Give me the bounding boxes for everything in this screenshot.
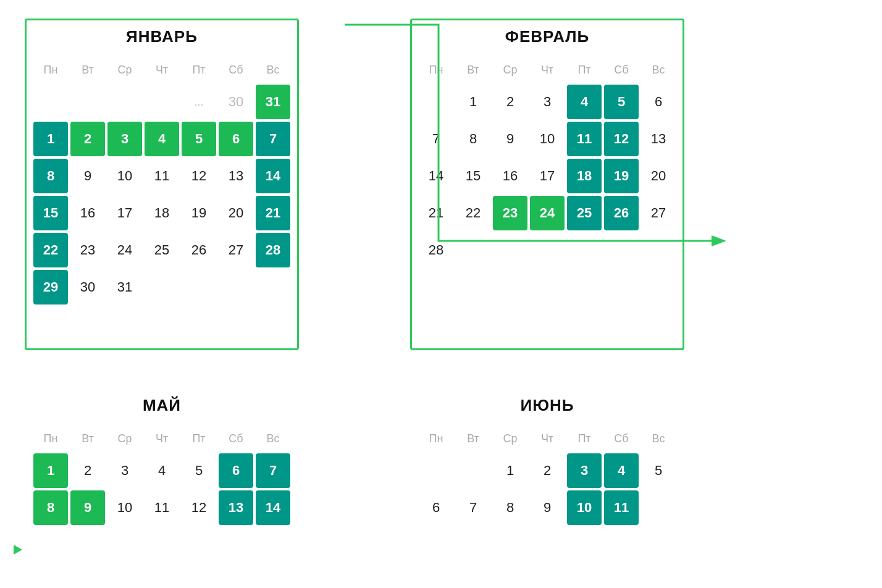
may-cell-5: 5	[182, 453, 216, 488]
feb-cell-16: 16	[493, 159, 527, 193]
may-cell-14: 14	[256, 490, 290, 525]
feb-cell-17: 17	[530, 159, 565, 193]
jun-cell-8: 8	[493, 490, 527, 525]
feb-cell-26: 26	[604, 196, 639, 230]
feb-cell-e4	[567, 233, 602, 267]
jun-header-sr: Ср	[493, 426, 527, 451]
feb-cell-8: 8	[456, 122, 490, 156]
feb-cell-13: 13	[641, 122, 676, 156]
feb-cell-e2	[493, 233, 527, 267]
may-cell-13: 13	[219, 490, 253, 525]
feb-cell-1: 1	[456, 85, 490, 119]
may-cell-12: 12	[182, 490, 216, 525]
jan-cell-8: 8	[33, 159, 68, 193]
jun-cell-7: 7	[456, 490, 490, 525]
jan-cell-18: 18	[145, 196, 179, 230]
feb-cell-empty1	[419, 85, 453, 119]
may-header-pn: Пн	[33, 426, 68, 451]
february-calendar: ФЕВРАЛЬ Пн Вт Ср Чт Пт Сб Вс 1 2 3 4 5 6…	[410, 19, 684, 350]
jan-cell-14: 14	[256, 159, 290, 193]
feb-header-sb: Сб	[604, 57, 639, 82]
jan-cell-16: 16	[70, 196, 105, 230]
january-calendar: ЯНВАРЬ Пн Вт Ср Чт Пт Сб Вс ... 30 31 1	[25, 19, 299, 350]
may-header-pt: Пт	[182, 426, 216, 451]
june-grid: Пн Вт Ср Чт Пт Сб Вс 1 2 3 4 5 6 7 8 9	[419, 426, 676, 525]
jan-cell-30prev: 30	[219, 85, 253, 119]
feb-header-vt: Вт	[456, 57, 490, 82]
jan-cell-25: 25	[145, 233, 179, 267]
may-calendar: МАЙ Пн Вт Ср Чт Пт Сб Вс 1 2 3 4 5 6 7 8	[25, 387, 299, 534]
jan-cell-e4	[256, 270, 290, 304]
jan-cell-15: 15	[33, 196, 68, 230]
jan-cell-empty2	[70, 85, 105, 119]
jan-cell-29: 29	[33, 270, 68, 304]
february-title: ФЕВРАЛЬ	[419, 27, 676, 46]
may-cell-7: 7	[256, 453, 290, 488]
feb-cell-10: 10	[530, 122, 565, 156]
may-cell-10: 10	[107, 490, 142, 525]
jun-cell-10: 10	[567, 490, 602, 525]
feb-cell-11: 11	[567, 122, 602, 156]
jan-cell-empty3	[107, 85, 142, 119]
jan-cell-26: 26	[182, 233, 216, 267]
feb-cell-23: 23	[493, 196, 527, 230]
jun-cell-2: 2	[530, 453, 565, 488]
may-cell-11: 11	[145, 490, 179, 525]
jan-cell-6: 6	[219, 122, 253, 156]
feb-header-vs: Вс	[641, 57, 676, 82]
jan-cell-empty4	[145, 85, 179, 119]
may-header-sb: Сб	[219, 426, 253, 451]
jan-cell-dots: ...	[182, 85, 216, 119]
jan-header-vs: Вс	[256, 57, 290, 82]
jan-cell-27: 27	[219, 233, 253, 267]
jan-cell-23: 23	[70, 233, 105, 267]
may-header-vt: Вт	[70, 426, 105, 451]
jun-cell-1: 1	[493, 453, 527, 488]
may-left-arrow	[14, 545, 22, 555]
feb-cell-20: 20	[641, 159, 676, 193]
feb-header-pn: Пн	[419, 57, 453, 82]
may-header-vs: Вс	[256, 426, 290, 451]
jan-cell-20: 20	[219, 196, 253, 230]
jan-cell-31: 31	[256, 85, 290, 119]
jun-cell-3: 3	[567, 453, 602, 488]
jun-cell-11: 11	[604, 490, 639, 525]
may-cell-2: 2	[70, 453, 105, 488]
feb-cell-15: 15	[456, 159, 490, 193]
jun-header-cht: Чт	[530, 426, 565, 451]
feb-cell-28: 28	[419, 233, 453, 267]
june-calendar: ИЮНЬ Пн Вт Ср Чт Пт Сб Вс 1 2 3 4 5 6	[410, 387, 684, 534]
feb-cell-2: 2	[493, 85, 527, 119]
may-cell-6: 6	[219, 453, 253, 488]
jan-cell-28: 28	[256, 233, 290, 267]
jun-cell-empty1	[419, 453, 453, 488]
jan-cell-e1	[145, 270, 179, 304]
feb-cell-19: 19	[604, 159, 639, 193]
jan-cell-5: 5	[182, 122, 216, 156]
jan-cell-9: 9	[70, 159, 105, 193]
feb-cell-12: 12	[604, 122, 639, 156]
feb-cell-e3	[530, 233, 565, 267]
feb-cell-24: 24	[530, 196, 565, 230]
jan-cell-24: 24	[107, 233, 142, 267]
feb-header-cht: Чт	[530, 57, 565, 82]
feb-cell-14: 14	[419, 159, 453, 193]
jun-cell-5: 5	[641, 453, 676, 488]
jan-cell-2: 2	[70, 122, 105, 156]
feb-cell-22: 22	[456, 196, 490, 230]
feb-cell-18: 18	[567, 159, 602, 193]
jan-cell-e5	[33, 307, 68, 342]
february-grid: Пн Вт Ср Чт Пт Сб Вс 1 2 3 4 5 6 7 8 9 1…	[419, 57, 676, 267]
jan-header-pn: Пн	[33, 57, 68, 82]
feb-cell-7: 7	[419, 122, 453, 156]
may-cell-4: 4	[145, 453, 179, 488]
feb-header-sr: Ср	[493, 57, 527, 82]
jan-header-sr: Ср	[107, 57, 142, 82]
jan-header-cht: Чт	[145, 57, 179, 82]
jan-cell-empty1	[33, 85, 68, 119]
feb-cell-4: 4	[567, 85, 602, 119]
jun-header-vs: Вс	[641, 426, 676, 451]
june-title: ИЮНЬ	[419, 396, 676, 415]
jun-header-sb: Сб	[604, 426, 639, 451]
may-title: МАЙ	[33, 396, 290, 415]
